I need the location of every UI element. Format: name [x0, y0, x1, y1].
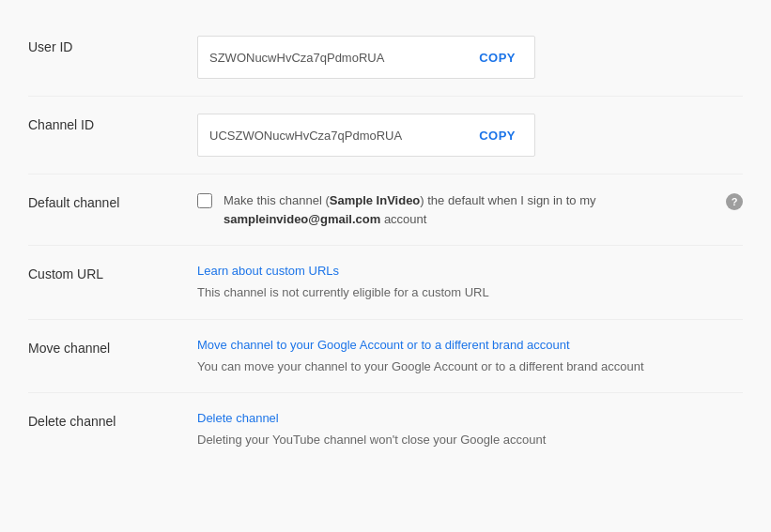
move-channel-row: Move channel Move channel to your Google…	[28, 320, 743, 394]
default-channel-content: Make this channel (Sample InVideo) the d…	[197, 191, 743, 228]
user-id-row: User ID SZWONucwHvCza7qPdmoRUA COPY	[28, 19, 743, 97]
user-id-box: SZWONucwHvCza7qPdmoRUA COPY	[197, 36, 535, 79]
custom-url-link[interactable]: Learn about custom URLs	[197, 264, 339, 278]
settings-container: User ID SZWONucwHvCza7qPdmoRUA COPY Chan…	[0, 0, 771, 485]
move-channel-label: Move channel	[28, 337, 197, 356]
move-channel-link[interactable]: Move channel to your Google Account or t…	[197, 338, 570, 352]
user-id-label: User ID	[28, 36, 197, 54]
user-id-value: SZWONucwHvCza7qPdmoRUA	[209, 51, 471, 65]
default-channel-row: Default channel Make this channel (Sampl…	[28, 175, 743, 246]
checkbox-description: Make this channel (Sample InVideo) the d…	[224, 191, 715, 228]
default-channel-checkbox[interactable]	[197, 193, 212, 208]
delete-channel-label: Delete channel	[28, 410, 197, 429]
checkbox-area: Make this channel (Sample InVideo) the d…	[197, 191, 715, 228]
custom-url-label: Custom URL	[28, 263, 197, 281]
delete-channel-content: Delete channel Deleting your YouTube cha…	[197, 410, 743, 449]
user-id-content: SZWONucwHvCza7qPdmoRUA COPY	[197, 36, 743, 79]
channel-id-row: Channel ID UCSZWONucwHvCza7qPdmoRUA COPY	[28, 97, 743, 175]
move-channel-content: Move channel to your Google Account or t…	[197, 337, 743, 376]
channel-id-label: Channel ID	[28, 114, 197, 132]
help-icon[interactable]: ?	[726, 193, 743, 210]
user-id-copy-button[interactable]: COPY	[471, 47, 523, 68]
delete-channel-link[interactable]: Delete channel	[197, 411, 279, 425]
checkbox-wrapper[interactable]	[197, 193, 212, 211]
custom-url-content: Learn about custom URLs This channel is …	[197, 263, 743, 302]
move-channel-sub-text: You can move your channel to your Google…	[197, 357, 743, 376]
default-channel-checkbox-row: Make this channel (Sample InVideo) the d…	[197, 191, 743, 228]
channel-email: sampleinvideo@gmail.com	[224, 212, 380, 226]
delete-channel-row: Delete channel Delete channel Deleting y…	[28, 393, 743, 466]
delete-channel-sub-text: Deleting your YouTube channel won't clos…	[197, 431, 743, 449]
default-channel-label: Default channel	[28, 191, 197, 210]
channel-id-box: UCSZWONucwHvCza7qPdmoRUA COPY	[197, 114, 535, 157]
custom-url-row: Custom URL Learn about custom URLs This …	[28, 246, 743, 320]
channel-id-copy-button[interactable]: COPY	[471, 125, 523, 146]
custom-url-sub-text: This channel is not currently eligible f…	[197, 283, 743, 302]
channel-id-content: UCSZWONucwHvCza7qPdmoRUA COPY	[197, 114, 743, 157]
channel-id-value: UCSZWONucwHvCza7qPdmoRUA	[209, 129, 471, 143]
channel-name: Sample InVideo	[330, 193, 421, 207]
